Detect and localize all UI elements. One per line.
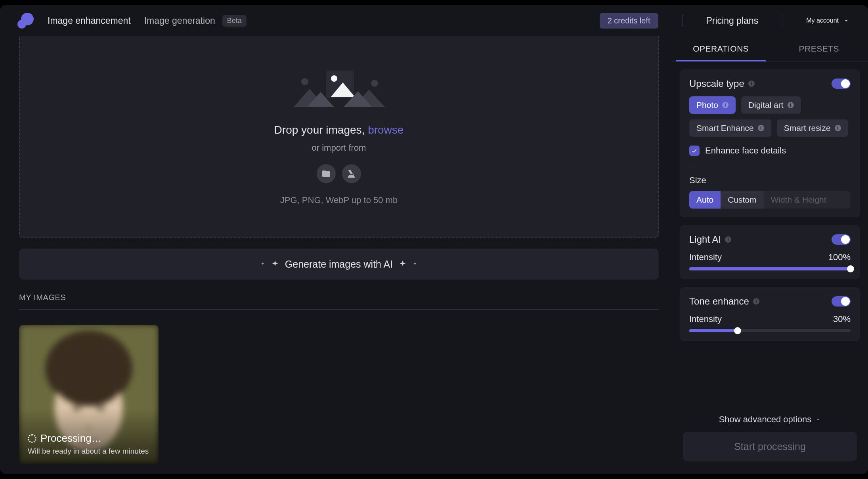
tone-intensity-row: Intensity 30%: [689, 314, 851, 324]
info-icon[interactable]: i: [788, 102, 794, 108]
panel-tone-enhance: Tone enhance i Intensity 30%: [680, 287, 860, 341]
sparkle-icon: [260, 262, 265, 266]
info-icon[interactable]: i: [725, 236, 731, 243]
google-drive-icon: [347, 169, 356, 178]
size-custom-button[interactable]: Custom: [721, 191, 763, 209]
info-icon[interactable]: i: [835, 125, 841, 131]
panel-light-ai: Light AI i Intensity 100%: [680, 225, 860, 279]
info-icon[interactable]: i: [722, 102, 728, 108]
size-auto-button[interactable]: Auto: [689, 191, 721, 209]
chip-photo[interactable]: Photo i: [689, 96, 736, 114]
formats-hint: JPG, PNG, WebP up to 50 mb: [280, 195, 398, 205]
dropzone-subtitle: or import from: [312, 143, 366, 153]
light-intensity-slider[interactable]: [689, 267, 851, 270]
tone-enhance-title: Tone enhance i: [689, 296, 759, 307]
tab-operations[interactable]: OPERATIONS: [672, 36, 770, 61]
settings-sidebar: OPERATIONS PRESETS Upscale type i: [671, 36, 868, 474]
size-selector: Auto Custom Width & Height: [689, 191, 851, 209]
svg-point-5: [301, 78, 308, 85]
upload-dropzone[interactable]: Drop your images, browse or import from …: [19, 36, 659, 238]
nav-generation[interactable]: Image generation: [144, 15, 215, 26]
upscale-toggle[interactable]: [832, 79, 851, 89]
generate-ai-label: Generate images with AI: [285, 259, 393, 270]
sidebar-scroll[interactable]: Upscale type i Photo i Digital art: [672, 61, 868, 407]
main-column: Drop your images, browse or import from …: [0, 36, 671, 474]
svg-point-3: [331, 75, 337, 82]
chip-smart-enhance[interactable]: Smart Enhance i: [689, 119, 771, 137]
credits-badge[interactable]: 2 credits left: [600, 13, 658, 29]
folder-icon: [321, 169, 331, 178]
sparkle-icon: [398, 260, 407, 268]
import-folder-button[interactable]: [317, 164, 336, 183]
checkbox-icon: [689, 146, 700, 156]
my-images-title: MY IMAGES: [19, 293, 659, 302]
dropzone-title: Drop your images, browse: [274, 124, 404, 136]
light-intensity-value: 100%: [828, 252, 851, 262]
account-menu[interactable]: My account: [806, 17, 850, 24]
info-icon[interactable]: i: [758, 125, 764, 131]
browse-link[interactable]: browse: [368, 124, 403, 136]
tab-presets[interactable]: PRESETS: [770, 36, 868, 61]
thumbnail-status: Processing…: [28, 432, 150, 445]
header-divider: [782, 15, 782, 27]
divider: [19, 309, 659, 310]
tone-intensity-value: 30%: [833, 314, 851, 324]
app-window: Image enhancement Image generation Beta …: [0, 5, 868, 474]
logo-icon: [16, 11, 34, 30]
sparkle-icon: [413, 262, 417, 266]
import-sources: [317, 164, 361, 183]
sidebar-tabs: OPERATIONS PRESETS: [672, 36, 868, 61]
chip-smart-resize[interactable]: Smart resize i: [777, 119, 848, 137]
sidebar-footer: Show advanced options Start processing: [672, 407, 868, 474]
start-processing-button[interactable]: Start processing: [683, 432, 857, 461]
light-ai-toggle[interactable]: [832, 234, 851, 245]
info-icon[interactable]: i: [753, 298, 759, 305]
spinner-icon: [28, 434, 36, 443]
upscale-title: Upscale type i: [689, 78, 755, 89]
size-title: Size: [689, 175, 851, 186]
info-icon[interactable]: i: [748, 80, 755, 87]
beta-badge: Beta: [222, 15, 247, 27]
generate-ai-button[interactable]: Generate images with AI: [19, 249, 659, 280]
thumbnail-subtext: Will be ready in about a few minutes: [28, 447, 150, 456]
account-label: My account: [806, 17, 839, 24]
image-placeholder-icon: [291, 68, 386, 112]
size-input[interactable]: Width & Height: [764, 191, 851, 209]
image-thumbnail[interactable]: Processing… Will be ready in about a few…: [19, 325, 159, 464]
svg-point-1: [17, 20, 26, 29]
header-divider: [682, 15, 683, 27]
nav-generation-group: Image generation Beta: [144, 15, 247, 27]
panel-upscale: Upscale type i Photo i Digital art: [680, 69, 860, 217]
import-drive-button[interactable]: [342, 164, 361, 183]
sparkle-icon: [271, 260, 279, 268]
show-advanced-link[interactable]: Show advanced options: [683, 414, 857, 425]
light-intensity-row: Intensity 100%: [689, 252, 851, 262]
pricing-link[interactable]: Pricing plans: [706, 15, 759, 26]
images-grid: Processing… Will be ready in about a few…: [19, 325, 659, 464]
nav-enhancement[interactable]: Image enhancement: [48, 15, 131, 26]
chevron-down-icon: [843, 17, 850, 24]
header: Image enhancement Image generation Beta …: [0, 5, 868, 36]
tone-enhance-toggle[interactable]: [832, 296, 851, 307]
light-ai-title: Light AI i: [689, 234, 731, 245]
chevron-up-icon: [815, 417, 821, 422]
tone-intensity-slider[interactable]: [689, 329, 851, 332]
enhance-face-checkbox[interactable]: Enhance face details: [689, 146, 851, 156]
chip-digital-art[interactable]: Digital art i: [741, 96, 801, 114]
upscale-chips: Photo i Digital art i Smart Enhance i: [689, 96, 851, 137]
svg-point-8: [371, 80, 378, 87]
body: Drop your images, browse or import from …: [0, 36, 868, 474]
